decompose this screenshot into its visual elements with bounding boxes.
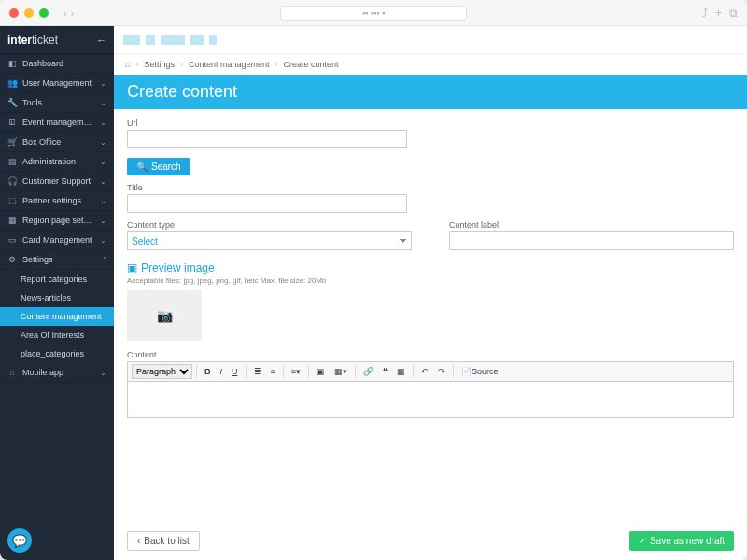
dashboard-icon: ◧ xyxy=(7,59,17,68)
save-as-new-draft-button[interactable]: ✓ Save as new draft xyxy=(629,531,734,551)
url-label: Url xyxy=(127,119,734,128)
embed-button[interactable]: ▦▾ xyxy=(331,365,351,378)
sidebar: interticket ← ◧Dashboard 👥User Managemen… xyxy=(0,26,114,560)
content-editor[interactable] xyxy=(127,381,734,418)
close-window-icon[interactable] xyxy=(9,8,19,18)
crumb-create-content: Create content xyxy=(284,60,339,69)
partner-icon: ⬚ xyxy=(7,196,17,205)
back-to-list-button[interactable]: ‹ Back to list xyxy=(127,531,200,551)
content-type-label: Content type xyxy=(127,220,412,230)
image-upload-drop[interactable]: 📷 xyxy=(127,290,202,341)
paragraph-select[interactable]: Paragraph xyxy=(132,364,192,379)
content-label-input[interactable] xyxy=(449,231,734,250)
link-button[interactable]: 🔗 xyxy=(359,365,377,378)
editor-toolbar: Paragraph B I U ≣ ≡ ≡▾ ▣ ▦▾ xyxy=(127,361,734,381)
source-button[interactable]: 📄Source xyxy=(458,365,502,378)
image-icon: ▣ xyxy=(127,261,137,274)
calendar-icon: 🗓 xyxy=(7,118,17,127)
tabs-icon[interactable]: ⧉ xyxy=(729,7,738,20)
redo-button[interactable]: ↷ xyxy=(434,365,449,378)
sidebar-sub-news-articles[interactable]: News-articles xyxy=(0,288,114,307)
check-icon: ✓ xyxy=(639,536,646,546)
region-icon: ▦ xyxy=(7,216,17,225)
bold-button[interactable]: B xyxy=(201,365,215,378)
support-icon: 🎧 xyxy=(7,176,17,186)
chat-fab-icon[interactable]: 💬 xyxy=(7,528,32,553)
chevron-left-icon: ‹ xyxy=(137,536,140,546)
image-button[interactable]: ▣ xyxy=(313,365,329,378)
breadcrumb: ⌂› Settings› Content management› Create … xyxy=(114,54,747,75)
sidebar-sub-report-categories[interactable]: Report categories xyxy=(0,270,114,288)
brand-strong: inter xyxy=(7,34,32,47)
bullet-list-button[interactable]: ≣ xyxy=(250,365,265,378)
sidebar-item-user-management[interactable]: 👥User Management⌄ xyxy=(0,74,114,93)
sidebar-sub-area-of-interests[interactable]: Area Of Interests xyxy=(0,326,114,344)
align-button[interactable]: ≡▾ xyxy=(288,365,304,378)
crumb-content-management[interactable]: Content management xyxy=(189,60,270,69)
search-button[interactable]: 🔍Search xyxy=(127,158,190,175)
brand: interticket ← xyxy=(0,26,114,54)
sidebar-item-tools[interactable]: 🔧Tools⌄ xyxy=(0,93,114,113)
numbered-list-button[interactable]: ≡ xyxy=(267,365,279,378)
title-input[interactable] xyxy=(127,194,407,213)
url-input[interactable] xyxy=(127,130,407,148)
sidebar-item-administration[interactable]: ▤Administration⌄ xyxy=(0,152,114,172)
home-icon: ⌂ xyxy=(7,368,17,377)
top-strip xyxy=(114,26,747,54)
sidebar-item-settings[interactable]: ⚙Settings˄ xyxy=(0,250,114,270)
admin-icon: ▤ xyxy=(7,157,17,166)
address-bar[interactable]: ▪▪ ▪▪▪ ▪ xyxy=(280,6,467,21)
gear-icon: ⚙ xyxy=(7,255,17,264)
sidebar-item-region-page-settings[interactable]: ▦Region page settings⌄ xyxy=(0,211,114,231)
sidebar-item-card-management[interactable]: ▭Card Management⌄ xyxy=(0,231,114,250)
camera-icon: 📷 xyxy=(157,308,173,323)
title-label: Title xyxy=(127,183,734,192)
sidebar-item-event-management[interactable]: 🗓Event management⌄ xyxy=(0,113,114,133)
quote-button[interactable]: ❝ xyxy=(379,365,391,378)
sidebar-item-customer-support[interactable]: 🎧Customer Support⌄ xyxy=(0,172,114,191)
content-label-label: Content label xyxy=(449,220,734,230)
sidebar-item-box-office[interactable]: 🛒Box Office⌄ xyxy=(0,133,114,152)
new-tab-icon[interactable]: + xyxy=(715,7,722,20)
nav-forward-icon[interactable]: › xyxy=(71,7,75,19)
sidebar-item-mobile-app[interactable]: ⌂Mobile app⌄ xyxy=(0,363,114,383)
italic-button[interactable]: I xyxy=(217,365,227,378)
preview-hint: Acceptable files: jpg, jpeg, png, gif, h… xyxy=(127,276,734,285)
maximize-window-icon[interactable] xyxy=(39,8,49,18)
share-icon[interactable]: ⤴ xyxy=(702,7,708,20)
preview-image-heading: ▣ Preview image xyxy=(127,261,734,274)
sidebar-item-dashboard[interactable]: ◧Dashboard xyxy=(0,54,114,74)
brand-light: ticket xyxy=(32,34,58,47)
search-icon: 🔍 xyxy=(136,161,148,172)
underline-button[interactable]: U xyxy=(228,365,242,378)
sidebar-item-partner-settings[interactable]: ⬚Partner settings⌄ xyxy=(0,191,114,211)
sidebar-sub-place-categories[interactable]: place_categories xyxy=(0,344,114,363)
table-button[interactable]: ▦ xyxy=(393,365,409,378)
window-controls[interactable] xyxy=(9,8,49,18)
card-icon: ▭ xyxy=(7,235,17,245)
tools-icon: 🔧 xyxy=(7,98,17,107)
content-type-select[interactable]: Select xyxy=(127,231,412,250)
cart-icon: 🛒 xyxy=(7,137,17,147)
users-icon: 👥 xyxy=(7,78,17,88)
content-label: Content xyxy=(127,350,734,359)
undo-button[interactable]: ↶ xyxy=(417,365,432,378)
crumb-settings[interactable]: Settings xyxy=(144,60,175,69)
page-title: Create content xyxy=(114,75,747,109)
collapse-sidebar-icon[interactable]: ← xyxy=(96,35,106,46)
home-icon[interactable]: ⌂ xyxy=(125,60,130,69)
sidebar-sub-content-management[interactable]: Content management xyxy=(0,307,114,326)
nav-back-icon[interactable]: ‹ xyxy=(63,7,67,19)
titlebar: ‹ › ▪▪ ▪▪▪ ▪ ⤴ + ⧉ xyxy=(0,0,747,26)
minimize-window-icon[interactable] xyxy=(24,8,34,18)
